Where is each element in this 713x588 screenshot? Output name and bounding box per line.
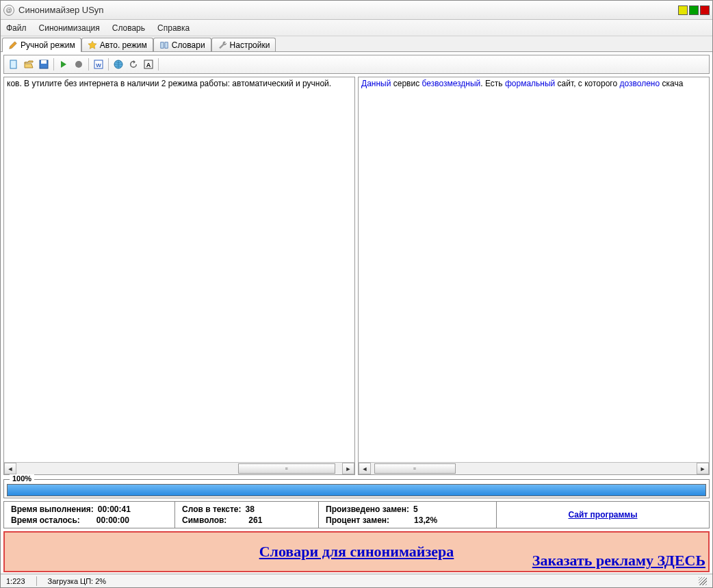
exec-time-label: Время выполнения: [11, 504, 94, 514]
menu-file[interactable]: Файл [6, 23, 27, 33]
wrench-icon [218, 40, 227, 50]
text-fragment: . Есть [480, 79, 505, 88]
minimize-button[interactable] [678, 5, 688, 15]
tab-label: Словари [172, 40, 205, 50]
remain-time-value: 00:00:00 [96, 515, 129, 525]
save-button[interactable] [37, 57, 51, 71]
scroll-thumb[interactable]: ≡ [238, 463, 336, 474]
cursor-position: 1:223 [6, 577, 25, 585]
status-bar: 1:223 Загрузка ЦП: 2% [1, 574, 712, 587]
scroll-track[interactable]: ≡ [371, 463, 697, 474]
status-separator [36, 576, 37, 586]
source-hscrollbar[interactable]: ◄ ≡ ► [4, 462, 354, 474]
chars-value: 261 [248, 515, 262, 525]
text-fragment: сервис [391, 79, 422, 88]
dictionaries-link[interactable]: Словари для синонимайзера [259, 543, 454, 561]
font-button[interactable]: A [142, 57, 155, 71]
remain-time-label: Время осталось: [11, 515, 80, 525]
menu-dictionary[interactable]: Словарь [112, 23, 145, 33]
progress-percent: 100% [10, 474, 34, 483]
maximize-button[interactable] [689, 5, 699, 15]
tab-label: Настройки [230, 40, 270, 50]
progress-group: 100% [3, 479, 710, 498]
scroll-left-button[interactable]: ◄ [4, 463, 16, 474]
tab-bar: Ручной режим Авто. режим Словари Настрой… [1, 36, 712, 52]
export-word-button[interactable]: W [92, 57, 105, 71]
resize-grip[interactable] [699, 577, 707, 585]
synonym-word[interactable]: Данный [361, 79, 391, 88]
synonym-word[interactable]: безвозмездный [422, 79, 480, 88]
new-file-button[interactable] [7, 57, 21, 71]
toolbar-separator [158, 58, 159, 71]
svg-point-3 [75, 61, 82, 68]
pencil-icon [8, 40, 18, 50]
window-controls [678, 5, 710, 15]
tab-settings[interactable]: Настройки [211, 38, 276, 52]
globe-button[interactable] [112, 57, 125, 71]
tab-auto-mode[interactable]: Авто. режим [81, 38, 153, 52]
open-file-button[interactable] [22, 57, 36, 71]
source-pane: ков. В утилите без интернета в наличии 2… [3, 77, 355, 475]
order-ad-link[interactable]: Заказать рекламу ЗДЕСЬ [532, 552, 705, 570]
toolbar-separator [53, 58, 54, 71]
book-icon [159, 40, 169, 50]
replaced-label: Произведено замен: [326, 504, 409, 514]
app-icon: @ [3, 5, 14, 16]
title-bar: @ Синонимайзер USyn [1, 1, 712, 20]
star-icon [88, 40, 97, 50]
stop-button[interactable] [72, 57, 86, 71]
scroll-track[interactable]: ≡ [16, 463, 342, 474]
tab-label: Ручной режим [21, 40, 75, 50]
replaced-value: 5 [413, 504, 418, 514]
svg-rect-0 [10, 60, 16, 68]
text-fragment: сайт, с которого [555, 79, 619, 88]
tab-dictionaries[interactable]: Словари [153, 38, 211, 52]
menu-bar: Файл Синонимизация Словарь Справка [1, 20, 712, 36]
result-text[interactable]: Данный сервис безвозмездный. Есть формал… [359, 77, 709, 462]
words-label: Слов в тексте: [182, 504, 242, 514]
chars-label: Символов: [182, 515, 226, 525]
result-pane: Данный сервис безвозмездный. Есть формал… [358, 77, 710, 475]
ad-banner: Словари для синонимайзера Заказать рекла… [3, 531, 710, 572]
close-button[interactable] [700, 5, 710, 15]
svg-rect-2 [41, 60, 47, 64]
cpu-load: Загрузка ЦП: 2% [48, 577, 107, 585]
source-text[interactable]: ков. В утилите без интернета в наличии 2… [4, 77, 354, 462]
stats-replace-col: Произведено замен:5 Процент замен:13,2% [319, 502, 497, 528]
stats-words-col: Слов в тексте:38 Символов:261 [175, 502, 319, 528]
percent-value: 13,2% [414, 515, 437, 525]
tab-manual-mode[interactable]: Ручной режим [2, 38, 81, 52]
words-value: 38 [246, 504, 255, 514]
tab-label: Авто. режим [100, 40, 147, 50]
scroll-left-button[interactable]: ◄ [359, 463, 371, 474]
synonym-word[interactable]: дозволено [619, 79, 660, 88]
scroll-thumb[interactable]: ≡ [374, 463, 456, 474]
menu-synonym[interactable]: Синонимизация [39, 23, 100, 33]
percent-label: Процент замен: [326, 515, 389, 525]
editor-split: ков. В утилите без интернета в наличии 2… [3, 77, 710, 475]
stats-panel: Время выполнения:00:00:41 Время осталось… [3, 501, 710, 528]
result-hscrollbar[interactable]: ◄ ≡ ► [359, 462, 709, 474]
toolbar: W A [3, 55, 710, 74]
toolbar-separator [108, 58, 109, 71]
svg-text:A: A [146, 62, 151, 68]
exec-time-value: 00:00:41 [98, 504, 131, 514]
stats-link-col: Сайт программы [497, 502, 709, 528]
refresh-button[interactable] [127, 57, 140, 71]
stats-time-col: Время выполнения:00:00:41 Время осталось… [4, 502, 175, 528]
program-site-link[interactable]: Сайт программы [569, 510, 638, 520]
svg-text:W: W [96, 62, 101, 68]
synonym-word[interactable]: формальный [505, 79, 555, 88]
scroll-right-button[interactable]: ► [697, 463, 709, 474]
toolbar-separator [88, 58, 89, 71]
main-area: W A ков. В утилите без интернета в налич… [1, 51, 712, 478]
menu-help[interactable]: Справка [157, 23, 190, 33]
text-fragment: скача [660, 79, 683, 88]
window-title: Синонимайзер USyn [18, 5, 678, 15]
run-button[interactable] [57, 57, 70, 71]
scroll-right-button[interactable]: ► [342, 463, 354, 474]
progress-bar [7, 484, 706, 496]
